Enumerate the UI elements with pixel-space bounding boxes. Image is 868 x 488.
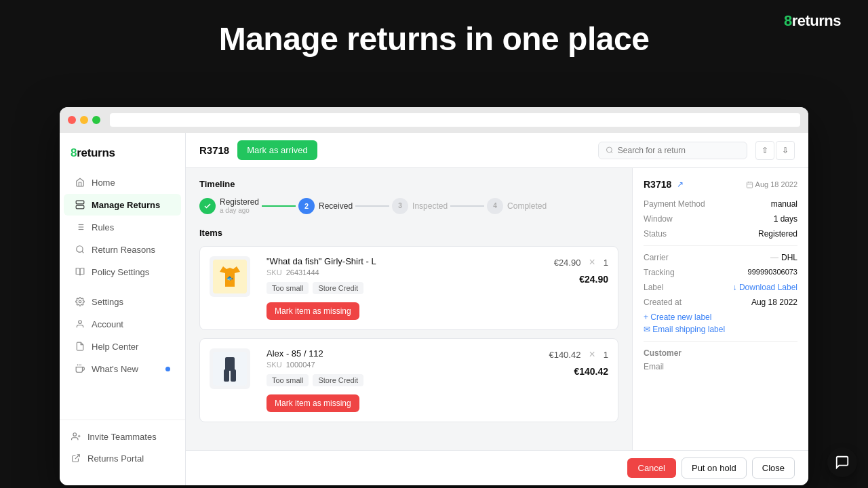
item-price-row-2: €140.42 × 1 <box>549 348 608 361</box>
home-icon <box>75 177 85 188</box>
sidebar-item-settings[interactable]: Settings <box>64 291 181 312</box>
sidebar-nav: Home Manage Returns Rules <box>60 171 185 420</box>
svg-point-11 <box>79 321 82 324</box>
sidebar-item-whats-new[interactable]: What's New <box>64 358 181 380</box>
item-price-2: €140.42 × 1 €140.42 <box>549 348 608 377</box>
search-icon <box>606 146 614 155</box>
customer-email-label: Email <box>644 362 797 371</box>
step-connector-3 <box>450 205 484 207</box>
meta-val-carrier: — DHL <box>770 253 797 262</box>
right-panel-header: R3718 ↗ Aug 18 2022 <box>644 179 797 190</box>
app-window: 8returns Home Manage Returns <box>60 107 808 485</box>
sidebar-item-manage-returns[interactable]: Manage Returns <box>64 194 181 216</box>
window-close-dot[interactable] <box>68 116 76 124</box>
put-on-hold-button[interactable]: Put on hold <box>682 458 747 479</box>
returns-portal-label: Returns Portal <box>87 453 144 464</box>
price-qty-2: 1 <box>604 350 608 360</box>
step-circle-registered <box>199 198 216 214</box>
sidebar-item-rules[interactable]: Rules <box>64 216 181 238</box>
portal-icon <box>71 453 81 464</box>
mark-missing-button-1[interactable]: Mark item as missing <box>267 302 359 320</box>
sidebar-bottom: Invite Teammates Returns Portal <box>60 420 185 474</box>
svg-point-15 <box>73 433 77 436</box>
timeline-title: Timeline <box>199 179 618 189</box>
step-label-completed: Completed <box>507 201 547 211</box>
mark-as-arrived-button[interactable]: Mark as arrived <box>237 140 317 160</box>
item-main-2: Alex - 85 / 112 SKU 1000047 Too small St… <box>267 348 540 412</box>
tag-store-credit-1: Store Credit <box>313 282 363 294</box>
nav-prev-button[interactable]: ⇧ <box>755 141 774 160</box>
item-name-1: "What da fish" Girly-Shirt - L <box>267 256 546 266</box>
sidebar-item-returns-portal[interactable]: Returns Portal <box>60 447 185 469</box>
invite-teammates-label: Invite Teammates <box>87 432 157 442</box>
sidebar-item-home[interactable]: Home <box>64 171 181 193</box>
svg-line-20 <box>611 152 612 153</box>
help-center-icon <box>75 341 85 352</box>
step-circle-completed: 4 <box>487 198 503 214</box>
brand-topright: 8returns <box>784 12 841 30</box>
price-mult-2: × <box>589 348 595 361</box>
sidebar-item-account[interactable]: Account <box>64 313 181 335</box>
timeline-step-received: 2 Received <box>298 198 353 214</box>
sidebar-item-return-reasons[interactable]: Return Reasons <box>64 239 181 260</box>
meta-status: Status Registered <box>644 229 797 239</box>
nav-next-button[interactable]: ⇩ <box>776 141 795 160</box>
sidebar-item-home-label: Home <box>92 178 115 188</box>
meta-val-payment: manual <box>771 199 797 209</box>
divider-2 <box>644 341 797 342</box>
svg-rect-27 <box>231 369 236 382</box>
policy-settings-icon <box>75 266 85 277</box>
account-icon <box>75 319 85 329</box>
item-img-1: 🐟 <box>210 256 250 297</box>
svg-point-19 <box>606 147 612 152</box>
sidebar-item-help-center[interactable]: Help Center <box>64 336 181 357</box>
meta-key-tracking: Tracking <box>644 268 675 277</box>
window-minimize-dot[interactable] <box>80 116 88 124</box>
manage-returns-icon <box>75 199 85 210</box>
app-body: 8returns Home Manage Returns <box>60 133 808 485</box>
svg-line-18 <box>75 455 79 459</box>
price-qty-1: 1 <box>604 258 608 268</box>
meta-key-carrier: Carrier <box>644 253 669 262</box>
rules-icon <box>75 222 85 232</box>
sidebar-item-account-label: Account <box>92 319 123 329</box>
sidebar-item-policy-settings[interactable]: Policy Settings <box>64 261 181 283</box>
step-connector-2 <box>355 205 389 207</box>
chat-bubble-button[interactable] <box>827 447 857 477</box>
content-area: Timeline Registered a day ago <box>186 168 808 450</box>
item-sku-1: SKU 26431444 <box>267 268 546 277</box>
svg-rect-28 <box>747 182 753 188</box>
brand-eight: 8 <box>784 12 792 29</box>
sidebar-item-manage-returns-label: Manage Returns <box>92 200 160 210</box>
titlebar-url <box>110 113 800 127</box>
cancel-button[interactable]: Cancel <box>627 458 676 478</box>
email-shipping-label-link[interactable]: ✉ Email shipping label <box>644 325 797 334</box>
step-label-registered: Registered a day ago <box>220 197 259 214</box>
download-label-link[interactable]: ↓ Download Label <box>733 283 797 292</box>
svg-point-10 <box>79 300 81 303</box>
sidebar-item-help-center-label: Help Center <box>92 342 138 352</box>
meta-val-created-at: Aug 18 2022 <box>751 298 797 307</box>
sidebar-brand: 8returns <box>60 144 185 171</box>
search-input[interactable] <box>618 146 740 155</box>
svg-text:🐟: 🐟 <box>226 274 233 281</box>
whats-new-dot <box>165 367 170 371</box>
item-price-row-1: €24.90 × 1 <box>554 256 608 268</box>
timeline-section: Timeline Registered a day ago <box>199 179 618 214</box>
sidebar-item-policy-settings-label: Policy Settings <box>92 267 149 277</box>
divider-1 <box>644 245 797 246</box>
sidebar-item-invite-teammates[interactable]: Invite Teammates <box>60 426 185 447</box>
svg-point-8 <box>77 246 83 252</box>
close-button[interactable]: Close <box>752 458 795 479</box>
sidebar: 8returns Home Manage Returns <box>60 133 186 485</box>
mark-missing-button-2[interactable]: Mark item as missing <box>267 394 359 412</box>
sidebar-item-whats-new-label: What's New <box>92 364 138 374</box>
window-maximize-dot[interactable] <box>92 116 100 124</box>
sidebar-item-rules-label: Rules <box>92 222 114 232</box>
external-link-icon[interactable]: ↗ <box>677 180 684 189</box>
calendar-icon <box>746 181 753 188</box>
svg-rect-1 <box>76 205 84 209</box>
create-new-label-link[interactable]: + Create new label <box>644 312 797 322</box>
action-bar: Cancel Put on hold Close <box>186 450 808 485</box>
meta-key-payment: Payment Method <box>644 199 705 209</box>
